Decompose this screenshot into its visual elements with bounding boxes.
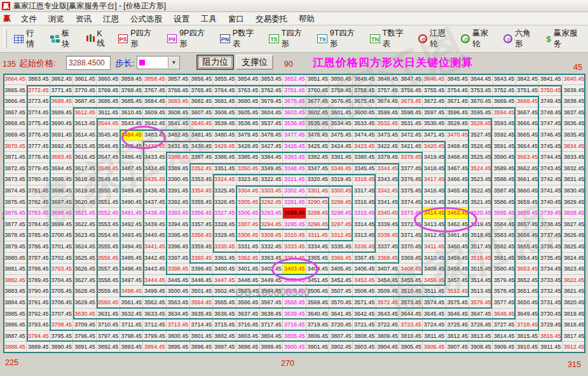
grid-cell: 3499.45 (143, 286, 167, 297)
grid-cell: 3434.45 (143, 163, 167, 175)
grid-cell: 3664.45 (516, 141, 539, 152)
angle-label-225: 225 (5, 358, 18, 367)
toolbar-button-9P四方形[interactable]: P99P四方形 (163, 26, 216, 51)
grid-cell: 3441.45 (143, 241, 167, 253)
menu-item-窗口[interactable]: 窗口 (222, 13, 250, 25)
grid-cell: 3704.45 (50, 275, 73, 286)
toolbar-button-赢家轮[interactable]: 赢家轮 (456, 26, 499, 51)
toolbar-label: 赢家服务 (554, 28, 584, 50)
grid-cell: 3658.45 (516, 208, 539, 219)
grid-cell: 3579.45 (492, 275, 516, 286)
grid-cell: 3758.45 (353, 85, 376, 97)
grid-cell: 3396.45 (166, 241, 189, 253)
grid-cell: 3517.45 (469, 241, 493, 253)
grid-cell: 3372.45 (399, 219, 423, 231)
grid-cell: 3723.45 (399, 319, 423, 331)
grid-cell: 3425.45 (306, 141, 329, 152)
grid-cell: 3520.45 (469, 208, 493, 219)
grid-cell: 3795.45 (50, 331, 73, 342)
grid-cell: 3761.45 (283, 85, 306, 97)
toolbar-button-赢家服务[interactable]: $赢家服务 (542, 26, 587, 51)
toolbar-button-P数字表[interactable]: PNP数字表 (215, 26, 264, 51)
grid-cell: 3294.45 (259, 219, 283, 231)
combo-dropdown-icon[interactable]: ▼ (168, 57, 179, 68)
toolbar-button-板块[interactable]: 板块 (46, 26, 81, 51)
grid-cell: 3873.45 (3, 174, 27, 185)
grid-cell: 3862.45 (50, 74, 73, 85)
grid-cell: 3661.45 (516, 174, 539, 185)
support-button[interactable]: 支撑位 (236, 55, 273, 70)
menu-item-资讯[interactable]: 资讯 (70, 13, 97, 25)
grid-cell: 3712.45 (143, 319, 167, 331)
grid-cell: 3600.45 (353, 107, 376, 119)
toolbar-button-9T四方形[interactable]: T99T四方形 (313, 26, 366, 51)
toolbar-label: T数字表 (383, 28, 410, 50)
toolbar-button-T四方形[interactable]: TST四方形 (264, 26, 313, 51)
step-combobox[interactable]: ▼ (137, 56, 180, 69)
toolbar-button-行情[interactable]: 行情 (10, 26, 46, 51)
menu-item-公式选股[interactable]: 公式选股 (125, 13, 168, 25)
grid-cell: 3382.45 (306, 152, 329, 163)
grid-cell: 3388.45 (166, 152, 189, 163)
menu-item-设置[interactable]: 设置 (168, 13, 195, 25)
grid-cell: 3639.45 (283, 309, 306, 320)
grid-cell: 3468.45 (446, 152, 469, 163)
grid-cell: 3805.45 (283, 331, 306, 342)
grid-cell: 3328.45 (213, 219, 236, 231)
toolbar-label: 板块 (62, 28, 77, 50)
grid-cell: 3665.45 (516, 130, 539, 141)
grid-cell: 3295.45 (283, 219, 306, 231)
grid-cell: 3721.45 (353, 319, 376, 331)
resistance-button[interactable]: 阻力位 (196, 55, 234, 70)
grid-cell: 3602.45 (306, 107, 329, 119)
grid-cell: 3380.45 (353, 152, 376, 163)
grid-cell: 3572.45 (376, 297, 399, 309)
grid-cell: 3597.45 (423, 107, 446, 119)
grid-cell: 3817.45 (562, 331, 585, 342)
grid-cell: 3818.45 (562, 319, 585, 331)
grid-cell: 3743.45 (539, 163, 563, 175)
grid-cell: 3439.45 (143, 219, 167, 231)
grid-cell: 3368.45 (376, 253, 399, 264)
start-price-input[interactable] (66, 56, 111, 70)
menu-item-工具[interactable]: 工具 (195, 13, 222, 25)
grid-cell: 3335.45 (329, 241, 353, 253)
menu-item-帮助[interactable]: 帮助 (293, 13, 320, 25)
grid-cell: 3672.45 (423, 96, 446, 107)
grid-cell: 3751.45 (516, 85, 539, 97)
grid-cell: 3444.45 (143, 275, 167, 286)
menu-item-文件[interactable]: 文件 (15, 13, 43, 25)
grid-cell: 3698.45 (50, 208, 73, 219)
toolbar-label: 9P四方形 (179, 28, 211, 50)
grid-cell: 3709.45 (73, 319, 97, 331)
grid-cell: 3303.45 (259, 185, 283, 197)
menu-item-交易委托[interactable]: 交易委托 (250, 13, 293, 25)
grid-cell: 3443.45 (143, 264, 167, 275)
grid-cell: 3381.45 (329, 152, 353, 163)
toolbar-button-江恩轮[interactable]: 江恩轮 (414, 26, 456, 51)
grid-cell: 3747.45 (539, 118, 563, 130)
grid-cell: 3426.45 (283, 141, 306, 152)
grid-cell: 3471.45 (423, 130, 446, 141)
menu-item-江恩[interactable]: 江恩 (97, 13, 125, 25)
grid-cell: 3710.45 (97, 319, 120, 331)
grid-cell: 3906.45 (423, 342, 446, 353)
grid-cell: 3323.45 (236, 174, 259, 185)
grid-cell: 3907.45 (446, 342, 469, 353)
menu-item-浏览[interactable]: 浏览 (43, 13, 70, 25)
grid-cell: 3689.45 (50, 107, 73, 119)
grid-cell: 3532.45 (376, 118, 399, 130)
grid-cell: 3525.45 (469, 152, 493, 163)
toolbar-button-P四方形[interactable]: PSP四方形 (114, 26, 163, 51)
grid-cell: 3486.45 (120, 152, 143, 163)
grid-cell: 3789.45 (27, 275, 50, 286)
toolbar-button-T数字表[interactable]: TNT数字表 (366, 26, 414, 51)
grid-cell: 3498.45 (120, 286, 143, 297)
grid-cell: 3881.45 (3, 264, 27, 275)
grid-cell: 3317.45 (353, 185, 376, 197)
grid-cell: 3893.45 (120, 342, 143, 353)
grid-cell: 3387.45 (189, 152, 213, 163)
grid-cell: 3813.45 (469, 331, 493, 342)
toolbar-button-六角形[interactable]: 六角形 (499, 26, 542, 51)
toolbar-button-K线[interactable]: K线 (81, 27, 114, 51)
